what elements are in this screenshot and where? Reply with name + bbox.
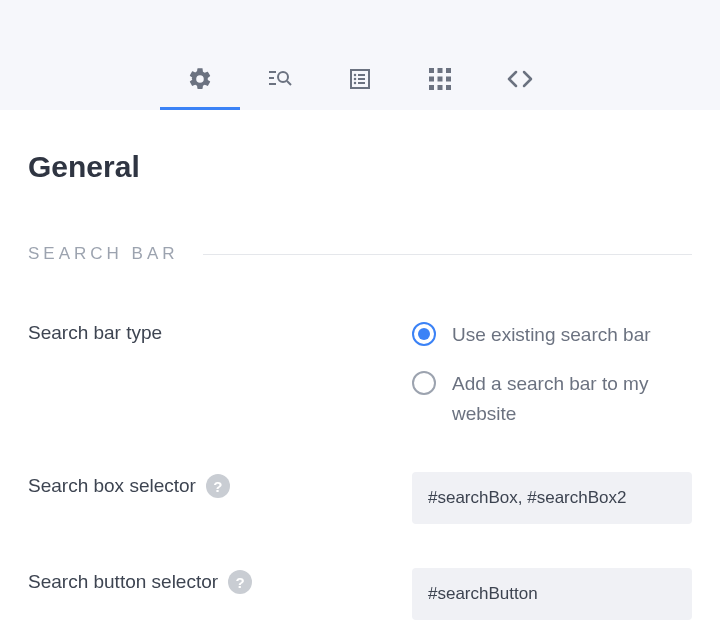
tab-bar	[0, 0, 720, 110]
svg-rect-13	[438, 68, 443, 73]
section-divider	[203, 254, 692, 255]
tab-general[interactable]	[160, 50, 240, 110]
tab-grid[interactable]	[400, 50, 480, 110]
radio-label: Add a search bar to my website	[452, 369, 692, 428]
svg-point-3	[278, 72, 288, 82]
section-label: SEARCH BAR	[28, 244, 179, 264]
search-list-icon	[267, 67, 293, 91]
page-title: General	[28, 150, 692, 184]
content-area: General SEARCH BAR Search bar type Use e…	[0, 110, 720, 620]
label-text: Search button selector	[28, 571, 218, 593]
search-button-selector-input[interactable]	[412, 568, 692, 620]
svg-rect-17	[446, 76, 451, 81]
svg-rect-18	[429, 85, 434, 90]
grid-icon	[429, 68, 451, 90]
svg-rect-20	[446, 85, 451, 90]
code-icon	[506, 69, 534, 89]
label-search-bar-type: Search bar type	[28, 320, 412, 344]
help-icon[interactable]: ?	[228, 570, 252, 594]
radio-use-existing[interactable]: Use existing search bar	[412, 320, 692, 349]
search-box-selector-input[interactable]	[412, 472, 692, 524]
form-icon	[348, 67, 372, 91]
row-search-box-selector: Search box selector ?	[28, 472, 692, 524]
label-search-box-selector: Search box selector ?	[28, 472, 412, 498]
radio-group-search-bar-type: Use existing search bar Add a search bar…	[412, 320, 692, 428]
radio-indicator	[412, 322, 436, 346]
tab-code[interactable]	[480, 50, 560, 110]
gear-icon	[187, 66, 213, 92]
svg-rect-12	[429, 68, 434, 73]
svg-rect-15	[429, 76, 434, 81]
row-search-button-selector: Search button selector ?	[28, 568, 692, 620]
label-search-button-selector: Search button selector ?	[28, 568, 412, 594]
svg-rect-19	[438, 85, 443, 90]
radio-indicator	[412, 371, 436, 395]
section-header-search-bar: SEARCH BAR	[28, 244, 692, 264]
radio-add-search-bar[interactable]: Add a search bar to my website	[412, 369, 692, 428]
tab-search[interactable]	[240, 50, 320, 110]
tab-form[interactable]	[320, 50, 400, 110]
svg-rect-14	[446, 68, 451, 73]
help-icon[interactable]: ?	[206, 474, 230, 498]
label-text: Search box selector	[28, 475, 196, 497]
svg-line-4	[287, 81, 291, 85]
svg-rect-16	[438, 76, 443, 81]
radio-label: Use existing search bar	[452, 320, 651, 349]
row-search-bar-type: Search bar type Use existing search bar …	[28, 320, 692, 428]
